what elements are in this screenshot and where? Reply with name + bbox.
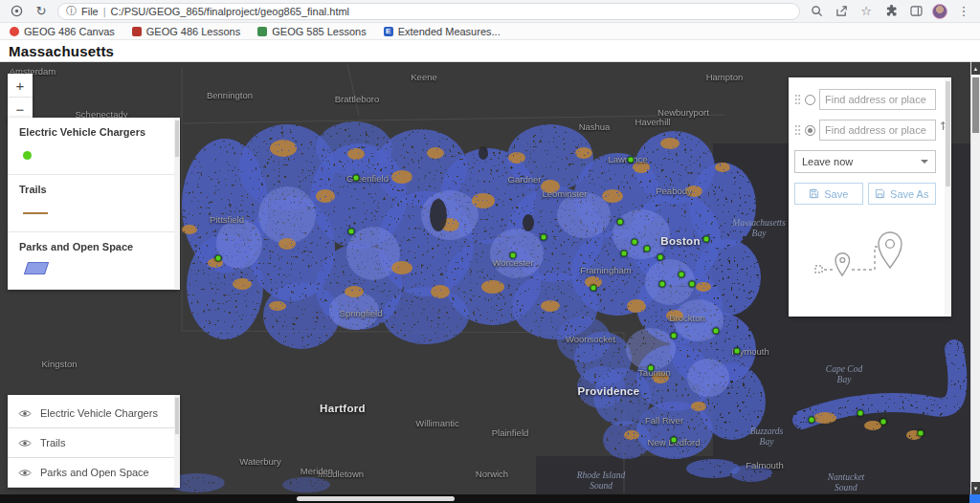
browser-toolbar: ↻ ⓘ File | C:/PSU/GEOG_865/finalproject/… xyxy=(0,0,980,23)
ev-charger-dot[interactable] xyxy=(657,254,664,261)
stop-point-icon xyxy=(805,125,815,136)
layer-item-ev-chargers[interactable]: Electric Vehicle Chargers xyxy=(8,399,180,428)
scroll-down-arrow[interactable]: ▼ xyxy=(971,482,980,494)
drag-handle-icon[interactable] xyxy=(794,94,801,105)
bookmark-label: Extended Measures... xyxy=(398,26,501,37)
directions-stop-2 xyxy=(794,120,936,141)
ev-charger-dot[interactable] xyxy=(644,246,651,252)
ev-charger-dot[interactable] xyxy=(689,281,696,288)
zoom-in-button[interactable]: + xyxy=(8,74,33,98)
ev-charger-swatch xyxy=(23,151,32,160)
bookmark-geog585-lessons[interactable]: GEOG 585 Lessons xyxy=(257,26,366,37)
bookmark-label: GEOG 486 Canvas xyxy=(24,26,115,37)
ev-charger-dot[interactable] xyxy=(703,236,710,243)
ev-charger-dot[interactable] xyxy=(628,157,635,164)
layer-item-trails[interactable]: Trails xyxy=(8,428,180,458)
ev-charger-dot[interactable] xyxy=(632,239,638,246)
chevron-down-icon xyxy=(921,160,928,164)
parks-swatch xyxy=(24,262,49,274)
save-as-label: Save As xyxy=(890,188,928,200)
bookmark-label: GEOG 486 Lessons xyxy=(146,26,240,37)
bookmark-geog486-lessons[interactable]: GEOG 486 Lessons xyxy=(132,26,240,37)
browser-extension-icon[interactable] xyxy=(8,3,25,20)
url-divider: | xyxy=(103,6,106,17)
profile-avatar[interactable] xyxy=(932,4,947,19)
ev-charger-dot[interactable] xyxy=(713,328,720,335)
ev-charger-dot[interactable] xyxy=(353,175,360,182)
directions-scrollbar[interactable] xyxy=(945,77,951,317)
vertical-scroll-thumb[interactable] xyxy=(972,77,979,133)
browser-menu-icon[interactable]: ⋮ xyxy=(955,3,972,20)
ev-charger-dot[interactable] xyxy=(858,410,864,417)
ev-charger-dot[interactable] xyxy=(679,272,685,278)
lessons-favicon xyxy=(132,27,142,36)
bookmark-label: GEOG 585 Lessons xyxy=(272,26,366,37)
save-icon xyxy=(809,188,819,199)
legend-item-label: Electric Vehicle Chargers xyxy=(19,126,168,138)
page-vertical-scrollbar[interactable]: ▲ ▼ xyxy=(970,62,980,494)
eye-icon[interactable] xyxy=(18,439,32,448)
ev-charger-dot[interactable] xyxy=(590,285,597,292)
directions-panel: ⇅ Leave now Save Save As xyxy=(789,77,951,317)
directions-buttons: Save Save As xyxy=(794,183,936,205)
bookmark-geog486-canvas[interactable]: GEOG 486 Canvas xyxy=(10,26,115,37)
destination-input[interactable] xyxy=(819,120,936,141)
bookmark-star-icon[interactable]: ☆ xyxy=(858,3,875,20)
stop-circle-icon xyxy=(805,95,815,105)
ev-charger-dot[interactable] xyxy=(671,333,678,339)
legend-panel: Electric Vehicle Chargers Trails Parks a… xyxy=(8,118,180,290)
scrollbar-corner-badge xyxy=(969,494,980,503)
lessons-585-favicon xyxy=(257,27,267,36)
layer-list-scrollbar[interactable] xyxy=(174,395,180,488)
ev-charger-dot[interactable] xyxy=(541,234,547,241)
ev-charger-dot[interactable] xyxy=(880,419,887,426)
extensions-puzzle-icon[interactable] xyxy=(882,3,900,20)
reload-icon[interactable]: ↻ xyxy=(33,3,50,20)
departure-time-value: Leave now xyxy=(802,156,853,167)
ev-charger-dot[interactable] xyxy=(648,365,655,372)
departure-time-select[interactable]: Leave now xyxy=(794,150,936,173)
directions-stop-1 xyxy=(794,89,936,110)
layer-list-panel: Electric Vehicle Chargers Trails Parks a… xyxy=(8,395,180,488)
ev-charger-dot[interactable] xyxy=(809,417,815,424)
legend-item-label: Trails xyxy=(19,184,168,195)
ev-charger-dot[interactable] xyxy=(510,252,517,259)
drag-handle-icon[interactable] xyxy=(794,124,801,136)
trails-swatch xyxy=(23,212,48,214)
save-label: Save xyxy=(824,188,848,200)
ev-charger-dot[interactable] xyxy=(215,255,222,262)
ev-charger-dot[interactable] xyxy=(621,251,628,257)
page-header: Massachusetts xyxy=(0,40,980,62)
legend-scrollbar[interactable] xyxy=(174,118,180,290)
layer-item-parks[interactable]: Parks and Open Space xyxy=(8,458,180,488)
origin-input[interactable] xyxy=(819,89,936,110)
ev-charger-dot[interactable] xyxy=(734,348,741,355)
horizontal-scroll-thumb[interactable] xyxy=(297,496,455,501)
layer-label: Parks and Open Space xyxy=(40,467,149,478)
extended-measures-favicon: E xyxy=(384,27,393,36)
ev-charger-dot[interactable] xyxy=(617,219,624,226)
search-icon[interactable] xyxy=(808,3,825,20)
layer-label: Electric Vehicle Chargers xyxy=(40,407,158,419)
url-text: C:/PSU/GEOG_865/finalproject/geog865_fin… xyxy=(111,6,349,17)
legend-item-label: Parks and Open Space xyxy=(19,241,168,252)
eye-icon[interactable] xyxy=(18,409,32,418)
zoom-control: + − xyxy=(8,74,33,121)
side-panel-icon[interactable] xyxy=(907,3,924,20)
save-as-icon xyxy=(875,188,885,199)
address-bar[interactable]: ⓘ File | C:/PSU/GEOG_865/finalproject/ge… xyxy=(57,3,800,20)
ev-charger-dot[interactable] xyxy=(918,430,924,437)
ev-charger-dot[interactable] xyxy=(659,281,666,288)
ev-charger-dot[interactable] xyxy=(671,437,678,444)
page-info-icon[interactable]: ⓘ xyxy=(66,4,77,18)
scroll-up-arrow[interactable]: ▲ xyxy=(971,62,980,75)
bookmark-extended-measures[interactable]: E Extended Measures... xyxy=(384,26,501,37)
legend-section-parks: Parks and Open Space xyxy=(8,232,180,290)
ev-charger-dot[interactable] xyxy=(348,229,355,235)
save-button[interactable]: Save xyxy=(794,183,863,205)
save-as-button[interactable]: Save As xyxy=(868,183,937,205)
map[interactable]: AmsterdamKeeneHamptonBenningtonBrattlebo… xyxy=(0,62,970,494)
share-icon[interactable] xyxy=(833,3,850,20)
eye-icon[interactable] xyxy=(18,469,32,477)
page-horizontal-scrollbar[interactable] xyxy=(0,494,980,503)
